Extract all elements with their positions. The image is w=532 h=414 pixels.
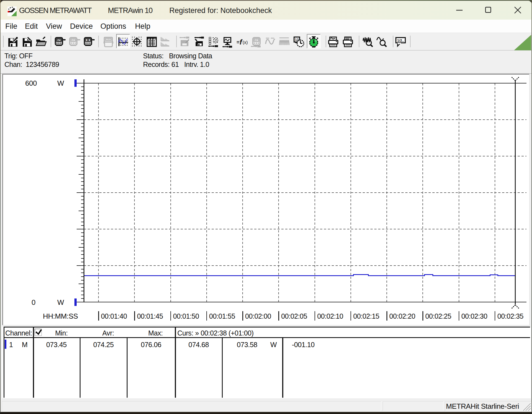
svg-text:600: 600 — [25, 79, 37, 87]
svg-text:M: M — [87, 38, 89, 42]
svg-text:00:02:30: 00:02:30 — [461, 312, 487, 320]
svg-text:074.25: 074.25 — [93, 341, 114, 349]
svg-text:076.06: 076.06 — [141, 341, 161, 349]
svg-text:00:01:40: 00:01:40 — [101, 312, 127, 320]
svg-text:(x): (x) — [243, 40, 248, 45]
svg-text:321: 321 — [254, 38, 259, 42]
svg-text:321: 321 — [56, 38, 61, 42]
svg-text:00:02:15: 00:02:15 — [353, 312, 379, 320]
svg-text:W: W — [57, 298, 64, 306]
svg-text:073.45: 073.45 — [46, 341, 67, 349]
svg-text:HH:MM:SS: HH:MM:SS — [43, 312, 78, 320]
svg-text:00:02:00: 00:02:00 — [245, 312, 271, 320]
svg-text:1/2..: 1/2.. — [397, 38, 404, 43]
svg-text:1: 1 — [9, 341, 13, 349]
svg-text:Min:: Min: — [55, 329, 68, 337]
svg-text:Channel:: Channel: — [5, 329, 32, 337]
svg-text:-001.10: -001.10 — [292, 341, 315, 349]
svg-text:W: W — [270, 341, 277, 349]
svg-text:00:01:45: 00:01:45 — [137, 312, 163, 320]
svg-text:073.58: 073.58 — [237, 341, 257, 349]
svg-text:0: 0 — [32, 298, 35, 306]
svg-text:074.68: 074.68 — [188, 341, 209, 349]
svg-text:Max:: Max: — [148, 329, 163, 337]
svg-text:W: W — [57, 79, 64, 87]
svg-text:00:02:20: 00:02:20 — [389, 312, 415, 320]
svg-text:00:01:55: 00:01:55 — [209, 312, 235, 320]
svg-text:=: = — [237, 40, 240, 45]
svg-text:Avr:: Avr: — [102, 329, 114, 337]
svg-text:00:02:05: 00:02:05 — [281, 312, 307, 320]
svg-text:00:02:25: 00:02:25 — [425, 312, 451, 320]
svg-text:M: M — [22, 341, 27, 349]
svg-text:00:02:35: 00:02:35 — [497, 312, 523, 320]
svg-text:321: 321 — [71, 38, 76, 42]
svg-text:00:02:10: 00:02:10 — [317, 312, 343, 320]
svg-text:1257: 1257 — [105, 38, 111, 41]
svg-text:00:01:50: 00:01:50 — [173, 312, 199, 320]
svg-text:Curs: » 00:02:38 (+01:00): Curs: » 00:02:38 (+01:00) — [177, 329, 254, 337]
svg-text:f: f — [240, 38, 243, 46]
